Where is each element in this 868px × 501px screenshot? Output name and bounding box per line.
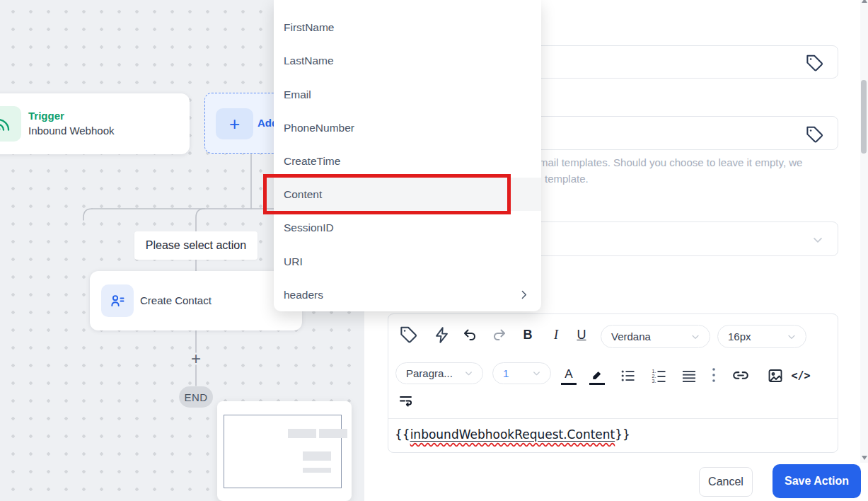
chevron-down-icon bbox=[786, 331, 797, 342]
bullet-list-icon[interactable] bbox=[619, 367, 637, 385]
webhook-icon bbox=[0, 106, 21, 142]
contact-icon bbox=[101, 284, 134, 317]
dropdown-item-firstname[interactable]: FirstName bbox=[274, 11, 541, 44]
preview-bar bbox=[303, 451, 331, 461]
create-contact-node[interactable]: Create Contact bbox=[90, 271, 302, 330]
helper-text-line2: template. bbox=[545, 173, 589, 185]
tag-icon[interactable] bbox=[805, 54, 824, 73]
preview-bar bbox=[303, 468, 331, 473]
image-icon[interactable] bbox=[766, 367, 785, 385]
chevron-down-icon bbox=[463, 368, 474, 379]
end-badge: END bbox=[179, 386, 213, 408]
chevron-down-icon bbox=[690, 331, 701, 342]
merge-tag-icon[interactable] bbox=[398, 324, 419, 345]
svg-text:1.: 1. bbox=[652, 369, 656, 374]
dropdown-item-sessionid[interactable]: SessionID bbox=[274, 211, 541, 244]
toolbar-divider bbox=[388, 418, 838, 419]
annotation-red-box bbox=[263, 174, 511, 214]
dropdown-item-uri[interactable]: URI bbox=[274, 245, 541, 278]
font-family-select[interactable]: Verdana bbox=[601, 325, 710, 348]
trigger-subtitle: Inbound Webhook bbox=[28, 125, 115, 137]
dropdown-item-phonenumber[interactable]: PhoneNumber bbox=[274, 111, 541, 144]
align-justify-icon[interactable] bbox=[680, 367, 698, 385]
redo-icon[interactable] bbox=[490, 326, 508, 345]
chevron-down-icon bbox=[531, 368, 542, 379]
helper-text-line1: mail templates. Should you choose to lea… bbox=[539, 156, 802, 168]
merge-variable: inboundWebhookRequest.Content bbox=[410, 427, 615, 442]
code-icon[interactable]: </> bbox=[789, 367, 812, 385]
numbered-list-icon[interactable]: 1. 2. 3. bbox=[650, 367, 669, 385]
preview-bar bbox=[288, 429, 316, 438]
editor-content[interactable]: {{inboundWebhookRequest.Content}} bbox=[395, 427, 630, 442]
workflow-builder-screen: Trigger Inbound Webhook + Add Please sel… bbox=[0, 0, 868, 501]
panel-scrollbar[interactable] bbox=[860, 0, 868, 463]
font-size-select[interactable]: 16px bbox=[717, 325, 806, 348]
more-options-icon[interactable] bbox=[708, 365, 719, 386]
dropdown-item-email[interactable]: Email bbox=[274, 78, 541, 111]
underline-button[interactable]: U bbox=[572, 325, 591, 345]
dropdown-item-lastname[interactable]: LastName bbox=[274, 44, 541, 77]
wrap-text-icon[interactable] bbox=[396, 391, 416, 410]
merge-open: {{ bbox=[395, 427, 410, 442]
create-contact-label: Create Contact bbox=[140, 294, 212, 306]
dropdown-item-headers[interactable]: headers bbox=[274, 278, 541, 311]
scrollbar-up-arrow[interactable] bbox=[862, 0, 867, 3]
scrollbar-thumb[interactable] bbox=[861, 80, 867, 154]
svg-text:2.: 2. bbox=[652, 374, 656, 379]
chevron-right-icon bbox=[518, 289, 530, 301]
webhook-fields-dropdown: FirstName LastName Email PhoneNumber Cre… bbox=[274, 0, 541, 311]
italic-button[interactable]: I bbox=[547, 325, 565, 345]
merge-close: }} bbox=[615, 427, 630, 442]
chevron-down-icon bbox=[811, 233, 825, 247]
svg-text:3.: 3. bbox=[652, 379, 656, 384]
text-color-bar bbox=[561, 383, 577, 385]
add-plus-icon: + bbox=[216, 108, 253, 139]
rich-text-editor: B I U Verdana 16px Paragra... 1 bbox=[388, 313, 838, 453]
preview-bar bbox=[319, 429, 347, 438]
cancel-button[interactable]: Cancel bbox=[699, 467, 753, 497]
trigger-title: Trigger bbox=[28, 110, 64, 122]
text-color-button[interactable]: A bbox=[560, 364, 577, 385]
tag-icon[interactable] bbox=[805, 125, 824, 144]
paragraph-style-select[interactable]: Paragra... bbox=[395, 362, 483, 384]
insert-step-plus[interactable]: + bbox=[185, 350, 207, 368]
select-action-label: Please select action bbox=[134, 231, 257, 260]
undo-icon[interactable] bbox=[461, 326, 480, 345]
line-height-select[interactable]: 1 bbox=[492, 362, 551, 384]
highlight-button[interactable] bbox=[589, 364, 607, 385]
lightning-icon[interactable] bbox=[431, 324, 452, 345]
save-action-button[interactable]: Save Action bbox=[772, 464, 861, 498]
link-icon[interactable] bbox=[731, 367, 751, 385]
dropdown-item-createtime[interactable]: CreateTime bbox=[274, 144, 541, 178]
highlight-color-bar bbox=[589, 383, 605, 385]
preview-card bbox=[217, 401, 352, 501]
scrollbar-down-arrow[interactable] bbox=[862, 456, 867, 460]
bold-button[interactable]: B bbox=[519, 325, 537, 345]
trigger-node[interactable]: Trigger Inbound Webhook bbox=[0, 93, 190, 154]
